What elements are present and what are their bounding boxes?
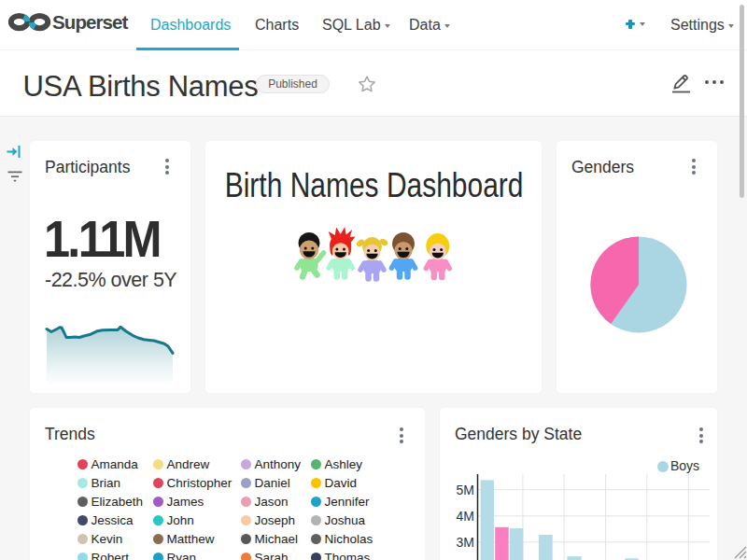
svg-text:5M: 5M [457, 483, 474, 497]
svg-text:3M: 3M [457, 535, 474, 550]
svg-text:4M: 4M [457, 509, 474, 524]
